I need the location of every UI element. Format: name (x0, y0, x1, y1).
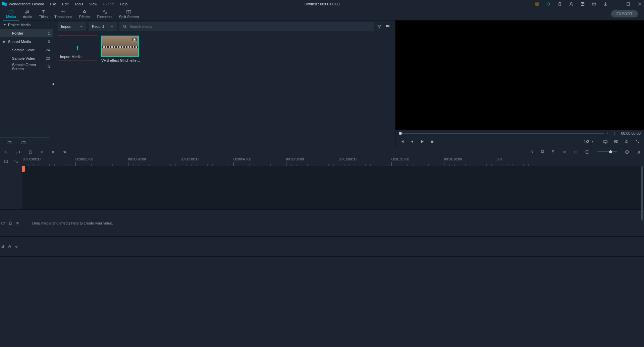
svg-rect-7 (103, 10, 104, 11)
zoom-out-icon[interactable] (585, 150, 590, 154)
menu-tools[interactable]: Tools (74, 2, 83, 6)
tab-titles[interactable]: Titles (36, 8, 51, 20)
sidebar-item-sample-green-screen[interactable]: Sample Green Screen 10 (0, 62, 53, 71)
import-media-card[interactable]: + Import Media (58, 36, 97, 60)
crop-icon[interactable] (51, 150, 55, 154)
zoom-fit-icon[interactable]: ⊞ (637, 150, 640, 154)
search-media-box[interactable] (119, 22, 374, 31)
save-icon[interactable] (580, 2, 585, 6)
fullscreen-icon[interactable] (635, 140, 639, 144)
audio-sync-icon[interactable] (62, 150, 67, 154)
record-dropdown[interactable]: Record ▼ (89, 22, 117, 31)
tab-transitions[interactable]: Transitions (51, 8, 75, 20)
track-manager-icon[interactable] (4, 159, 8, 163)
new-folder-icon[interactable] (7, 140, 11, 144)
media-clip-card[interactable]: ▣ VHS effect Glitch effect… (101, 36, 141, 62)
account-icon[interactable] (569, 2, 574, 6)
display-settings-icon[interactable] (603, 140, 608, 144)
maximize-icon[interactable] (626, 2, 631, 6)
tab-effects[interactable]: Effects (75, 8, 93, 20)
link-icon[interactable] (14, 159, 18, 163)
stop-icon[interactable] (430, 140, 434, 144)
search-input[interactable] (129, 24, 371, 29)
marker-icon[interactable] (541, 150, 544, 154)
play-icon[interactable] (420, 140, 424, 144)
grid-view-icon[interactable] (385, 24, 390, 29)
zoom-handle[interactable] (609, 150, 612, 153)
folder-icon (8, 9, 14, 14)
minimize-icon[interactable] (614, 2, 619, 6)
mute-icon[interactable] (15, 245, 18, 248)
svg-rect-3 (581, 3, 584, 6)
mail-icon[interactable] (592, 2, 596, 6)
export-button[interactable]: EXPORT (611, 10, 638, 17)
preview-page-select[interactable]: 1/2▼ (584, 140, 594, 144)
svg-point-2 (571, 3, 572, 4)
music-note-icon (25, 9, 30, 14)
trash-icon[interactable] (557, 2, 562, 6)
preview-scrubber[interactable] (399, 133, 604, 134)
import-dropdown[interactable]: Import ▼ (58, 22, 86, 31)
snapshot-icon[interactable] (614, 140, 619, 144)
delete-folder-icon[interactable] (21, 140, 25, 144)
render-icon[interactable] (529, 150, 533, 154)
tab-audio[interactable]: Audio (19, 8, 36, 20)
timeline-vscrollbar[interactable] (641, 166, 643, 257)
menu-view[interactable]: View (89, 2, 97, 6)
download-icon[interactable] (603, 2, 608, 6)
tab-media[interactable]: Media (3, 8, 19, 20)
menu-export[interactable]: Export (103, 2, 114, 6)
zoom-in-icon[interactable] (625, 150, 629, 154)
preview-video-area[interactable] (395, 20, 644, 130)
timeline-ruler[interactable]: 00:00:00:0000:00:10:0000:00:20:0000:00:3… (22, 157, 644, 166)
svg-rect-30 (9, 246, 11, 248)
undo-icon[interactable] (4, 150, 9, 154)
filter-icon[interactable] (377, 24, 382, 29)
media-sidebar: ▼ Project Media 1 Folder 1 ▶ Shared Medi… (0, 20, 53, 147)
mixer-icon[interactable] (562, 150, 566, 154)
scrubber-handle[interactable] (399, 132, 402, 135)
subscription-icon[interactable] (535, 2, 539, 6)
timeline-tracks[interactable]: 00:00:00:0000:00:10:0000:00:20:0000:00:3… (22, 157, 644, 257)
prev-frame-icon[interactable] (400, 140, 404, 144)
svg-point-21 (530, 151, 533, 153)
close-icon[interactable] (637, 2, 642, 6)
delete-icon[interactable] (28, 150, 32, 154)
app-logo-icon (2, 2, 7, 6)
playhead[interactable] (23, 157, 23, 257)
step-back-icon[interactable] (410, 140, 414, 144)
volume-icon[interactable] (625, 140, 629, 144)
redo-icon[interactable] (16, 150, 21, 154)
clip-caption: VHS effect Glitch effect… (101, 58, 141, 62)
visibility-icon[interactable] (15, 222, 19, 225)
sidebar-collapse-icon[interactable]: ◀ (52, 82, 55, 86)
lock-icon[interactable] (9, 221, 12, 225)
sidebar-item-project-media[interactable]: ▼ Project Media 1 (0, 20, 53, 29)
tab-split-screen[interactable]: Split Screen (116, 8, 142, 20)
svg-rect-16 (388, 26, 389, 27)
mark-in-icon[interactable]: { (607, 131, 609, 135)
audio-track[interactable] (22, 237, 644, 257)
playhead-handle[interactable] (22, 166, 25, 172)
svg-rect-12 (387, 25, 388, 26)
overlay-track[interactable] (22, 166, 644, 210)
media-panel: Import ▼ Record ▼ + Import Media (53, 20, 395, 147)
main-video-track[interactable]: Drag media and effects here to create yo… (22, 210, 644, 237)
transitions-icon (61, 9, 66, 14)
keyframe-icon[interactable] (574, 150, 578, 154)
lock-icon[interactable] (8, 245, 11, 248)
menu-file[interactable]: File (50, 2, 56, 6)
zoom-slider[interactable] (597, 151, 617, 152)
split-icon[interactable] (40, 150, 44, 154)
cloud-sync-icon[interactable] (546, 2, 551, 6)
mark-out-icon[interactable]: } (614, 131, 615, 135)
menu-help[interactable]: Help (120, 2, 127, 6)
menu-edit[interactable]: Edit (62, 2, 68, 6)
sidebar-item-sample-video[interactable]: Sample Video 20 (0, 54, 53, 62)
tab-elements[interactable]: Elements (94, 8, 116, 20)
sidebar-item-folder[interactable]: Folder 1 (0, 29, 53, 37)
voiceover-icon[interactable] (551, 150, 555, 154)
clip-type-badge-icon: ▣ (132, 37, 137, 42)
sidebar-item-sample-color[interactable]: Sample Color 24 (0, 46, 53, 54)
sidebar-item-shared-media[interactable]: ▶ Shared Media 0 (0, 37, 53, 46)
